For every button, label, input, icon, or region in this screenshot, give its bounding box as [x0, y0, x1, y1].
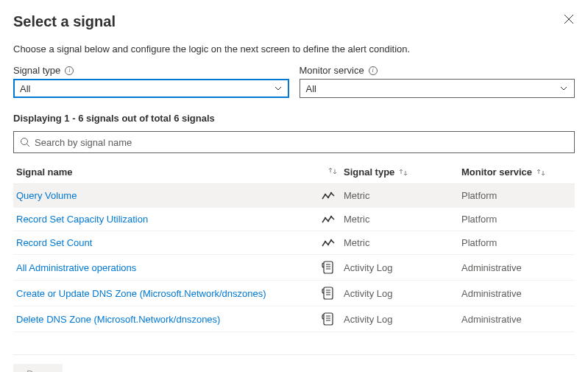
close-button[interactable] — [563, 13, 575, 25]
svg-point-2 — [327, 196, 329, 197]
svg-point-6 — [330, 215, 332, 217]
info-icon[interactable]: i — [369, 66, 378, 75]
signal-name-link[interactable]: Record Set Capacity Utilization — [16, 214, 322, 225]
sort-icon[interactable] — [328, 166, 337, 175]
activity-log-icon — [322, 261, 344, 274]
table-row[interactable]: All Administrative operationsActivity Lo… — [13, 255, 575, 281]
signal-type-cell: Metric — [344, 214, 461, 225]
signal-type-cell: Activity Log — [344, 288, 461, 299]
signal-type-cell: Metric — [344, 190, 461, 201]
svg-point-3 — [330, 192, 332, 193]
page-title: Select a signal — [13, 13, 116, 30]
column-signal-name[interactable]: Signal name — [16, 166, 322, 178]
svg-point-5 — [327, 220, 329, 221]
sort-icon[interactable] — [399, 168, 408, 177]
results-count: Displaying 1 - 6 signals out of total 6 … — [13, 113, 575, 124]
done-button[interactable]: Done — [13, 364, 63, 372]
info-icon[interactable]: i — [65, 66, 74, 75]
metric-icon — [322, 191, 344, 201]
activity-log-icon — [322, 287, 344, 300]
column-monitor-service[interactable]: Monitor service — [461, 166, 572, 178]
svg-point-8 — [327, 243, 329, 245]
chevron-down-icon — [274, 84, 283, 93]
signal-name-link[interactable]: Record Set Count — [16, 237, 322, 248]
table-row[interactable]: Query VolumeMetricPlatform — [13, 184, 575, 208]
monitor-service-cell: Administrative — [461, 314, 572, 325]
signal-type-value: All — [20, 83, 30, 94]
column-signal-type[interactable]: Signal type — [344, 166, 461, 178]
monitor-service-label: Monitor service i — [300, 65, 575, 76]
signal-type-cell: Activity Log — [344, 262, 461, 273]
svg-point-0 — [21, 138, 28, 145]
monitor-service-cell: Platform — [461, 214, 572, 225]
table-row[interactable]: Delete DNS Zone (Microsoft.Network/dnszo… — [13, 306, 575, 332]
signal-type-select[interactable]: All — [13, 79, 289, 98]
signal-name-link[interactable]: Create or Update DNS Zone (Microsoft.Net… — [16, 288, 322, 299]
monitor-service-value: All — [306, 83, 316, 94]
table-row[interactable]: Create or Update DNS Zone (Microsoft.Net… — [13, 281, 575, 306]
table-header: Signal name Signal type Monitor service — [13, 161, 575, 184]
signal-name-link[interactable]: Delete DNS Zone (Microsoft.Network/dnszo… — [16, 314, 322, 325]
chevron-down-icon — [559, 84, 568, 93]
search-icon — [20, 137, 30, 147]
search-input[interactable] — [35, 137, 568, 148]
signal-type-cell: Metric — [344, 237, 461, 248]
signal-name-link[interactable]: All Administrative operations — [16, 262, 322, 273]
monitor-service-cell: Platform — [461, 237, 572, 248]
table-body: Query VolumeMetricPlatformRecord Set Cap… — [13, 184, 575, 332]
metric-icon — [322, 238, 344, 248]
monitor-service-cell: Platform — [461, 190, 572, 201]
monitor-service-select[interactable]: All — [300, 79, 575, 98]
monitor-service-cell: Administrative — [461, 288, 572, 299]
signal-type-label: Signal type i — [13, 65, 289, 76]
svg-point-9 — [330, 239, 332, 240]
metric-icon — [322, 214, 344, 225]
signal-type-cell: Activity Log — [344, 314, 461, 325]
svg-point-1 — [325, 193, 326, 194]
monitor-service-cell: Administrative — [461, 262, 572, 273]
signal-name-link[interactable]: Query Volume — [16, 190, 322, 201]
close-icon — [564, 14, 574, 24]
search-box[interactable] — [13, 131, 575, 153]
svg-point-7 — [325, 240, 326, 242]
svg-point-4 — [325, 217, 326, 218]
table-row[interactable]: Record Set Capacity UtilizationMetricPla… — [13, 208, 575, 231]
activity-log-icon — [322, 312, 344, 326]
description-text: Choose a signal below and configure the … — [13, 43, 575, 55]
table-row[interactable]: Record Set CountMetricPlatform — [13, 231, 575, 255]
sort-icon[interactable] — [536, 168, 545, 177]
